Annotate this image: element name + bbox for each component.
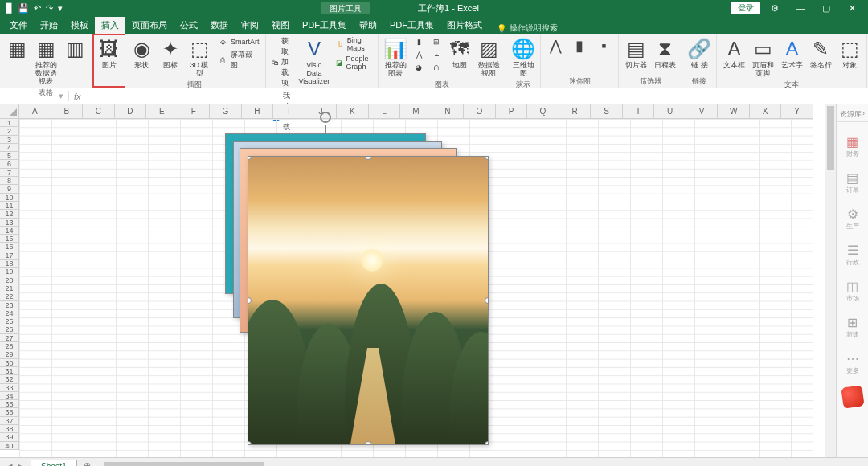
sigline-button[interactable]: ✎签名行 — [807, 35, 834, 72]
resize-handle[interactable] — [248, 156, 252, 160]
col-header[interactable]: C — [83, 104, 115, 118]
resize-handle[interactable] — [485, 297, 489, 304]
sparkline-line-button[interactable]: ⋀ — [544, 35, 567, 56]
chart-stat-icon[interactable]: ⫠ — [428, 48, 444, 61]
close-button[interactable]: ✕ — [841, 3, 863, 14]
object-button[interactable]: ⬚对象 — [836, 35, 863, 72]
col-header[interactable]: M — [400, 104, 432, 118]
row-header[interactable]: 8 — [0, 177, 18, 185]
col-header[interactable]: V — [686, 104, 719, 118]
side-hr[interactable]: ☰行政 — [845, 242, 861, 267]
row-header[interactable]: 31 — [0, 367, 18, 375]
col-header[interactable]: O — [464, 104, 496, 118]
qat-more-icon[interactable]: ▾ — [58, 3, 63, 14]
row-header[interactable]: 37 — [0, 417, 18, 425]
col-header[interactable]: K — [337, 104, 369, 118]
chart-hier-icon[interactable]: ⊞ — [428, 35, 444, 48]
row-header[interactable]: 26 — [0, 325, 18, 333]
worksheet-grid[interactable]: ABCDEFGHIJKLMNOPQRSTUVWXY 12345678910111… — [0, 104, 825, 457]
row-header[interactable]: 24 — [0, 309, 18, 317]
tab-home[interactable]: 开始 — [34, 17, 64, 34]
tab-insert[interactable]: 插入 — [95, 17, 125, 34]
row-header[interactable]: 28 — [0, 342, 18, 350]
pivotchart-button[interactable]: ▨数据透视图 — [475, 35, 502, 80]
row-header[interactable]: 10 — [0, 194, 18, 202]
row-header[interactable]: 14 — [0, 227, 18, 235]
icons-button[interactable]: ✦图标 — [157, 35, 184, 72]
col-header[interactable]: G — [210, 104, 242, 118]
maps-button[interactable]: 🗺地图 — [446, 35, 473, 72]
col-header[interactable]: P — [496, 104, 528, 118]
chart-bar-icon[interactable]: ▮ — [411, 35, 427, 48]
tab-view[interactable]: 视图 — [265, 17, 296, 34]
row-header[interactable]: 22 — [0, 292, 18, 300]
row-header[interactable]: 1 — [0, 119, 18, 127]
col-header[interactable]: T — [623, 104, 655, 118]
name-box[interactable]: ▾ — [0, 91, 69, 101]
minimize-button[interactable]: — — [789, 3, 812, 13]
wordart-button[interactable]: A艺术字 — [778, 35, 805, 72]
row-header[interactable]: 35 — [0, 400, 18, 408]
col-header[interactable]: H — [242, 104, 274, 118]
horizontal-scrollbar[interactable] — [102, 461, 863, 467]
row-header[interactable]: 9 — [0, 185, 18, 193]
side-order[interactable]: ▤订单 — [845, 170, 861, 194]
side-new[interactable]: ⊞新建 — [845, 314, 861, 339]
chevron-right-icon[interactable]: › — [862, 109, 865, 120]
3dmap-button[interactable]: 🌐三维地 图 — [510, 35, 537, 80]
tab-picture-format[interactable]: 图片格式 — [440, 17, 489, 34]
textbox-button[interactable]: A文本框 — [720, 35, 747, 72]
maximize-button[interactable]: ▢ — [815, 3, 837, 14]
tab-pdf-b[interactable]: PDF工具集 — [383, 17, 440, 34]
row-header[interactable]: 13 — [0, 219, 18, 227]
col-header[interactable]: Y — [781, 104, 813, 118]
bingmaps-button[interactable]: bBing Maps — [334, 35, 375, 53]
col-header[interactable]: D — [115, 104, 147, 118]
get-addins-button[interactable]: 🛍获取加载项 — [269, 35, 295, 89]
sparkline-winloss-button[interactable]: ▪ — [592, 35, 615, 56]
pictures-button[interactable]: 🖼图片 — [96, 35, 123, 72]
chart-pie-icon[interactable]: ◕ — [411, 61, 427, 74]
sheet-tab[interactable]: Sheet1 — [31, 460, 77, 467]
row-header[interactable]: 34 — [0, 392, 18, 400]
chart-line-icon[interactable]: ⋀ — [411, 48, 427, 61]
row-header[interactable]: 11 — [0, 202, 18, 210]
row-header[interactable]: 29 — [0, 350, 18, 358]
screenshot-button[interactable]: ⎙屏幕截图 — [215, 49, 262, 72]
col-header[interactable]: F — [178, 104, 211, 118]
row-header[interactable]: 32 — [0, 375, 18, 383]
tab-file[interactable]: 文件 — [3, 17, 34, 34]
row-header[interactable]: 38 — [0, 425, 18, 433]
timeline-button[interactable]: ⧗日程表 — [651, 35, 678, 72]
resize-handle[interactable] — [365, 441, 371, 445]
col-header[interactable]: L — [369, 104, 401, 118]
sheet-nav-next-icon[interactable]: ▸ — [18, 460, 23, 466]
row-header[interactable]: 7 — [0, 169, 18, 177]
row-header[interactable]: 40 — [0, 442, 18, 450]
save-icon[interactable]: 💾 — [18, 3, 29, 14]
resize-handle[interactable] — [248, 441, 252, 445]
tab-review[interactable]: 审阅 — [235, 17, 265, 34]
row-header[interactable]: 19 — [0, 268, 18, 276]
row-header[interactable]: 33 — [0, 384, 18, 392]
row-header[interactable]: 5 — [0, 152, 18, 160]
visio-button[interactable]: VVisio Data Visualizer — [297, 35, 333, 88]
slicer-button[interactable]: ▤切片器 — [622, 35, 649, 72]
tab-template[interactable]: 模板 — [64, 17, 95, 34]
resize-handle[interactable] — [485, 441, 489, 445]
row-header[interactable]: 21 — [0, 284, 18, 292]
gift-icon[interactable] — [841, 385, 864, 408]
row-header[interactable]: 15 — [0, 235, 18, 243]
select-all-corner[interactable] — [0, 104, 19, 119]
add-sheet-button[interactable]: ⊕ — [77, 460, 97, 466]
row-header[interactable]: 27 — [0, 334, 18, 342]
peoplegraph-button[interactable]: ◪People Graph — [334, 54, 375, 72]
undo-icon[interactable]: ↶ — [34, 3, 41, 14]
vertical-scrollbar[interactable] — [825, 104, 836, 457]
image-front[interactable] — [248, 156, 489, 445]
link-button[interactable]: 🔗链 接 — [686, 35, 713, 72]
inserted-images[interactable] — [225, 133, 506, 455]
fx-icon[interactable]: fx — [69, 92, 86, 101]
3dmodel-button[interactable]: ⬚3D 模 型 — [186, 35, 213, 80]
col-header[interactable]: R — [559, 104, 592, 118]
